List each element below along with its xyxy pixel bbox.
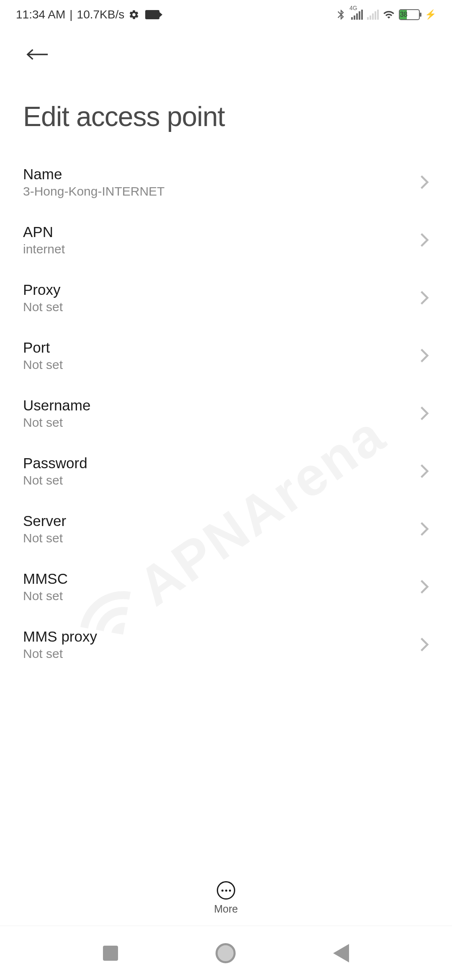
item-label: APN [23,224,411,240]
chevron-right-icon [420,579,429,595]
item-value: internet [23,242,411,256]
chevron-right-icon [420,232,429,248]
item-value: Not set [23,531,411,545]
nav-home-button[interactable] [216,943,236,963]
bluetooth-icon [335,9,347,21]
status-right: 4G 38 ⚡ [335,9,436,21]
camera-icon [145,10,159,19]
mmsc-row[interactable]: MMSC Not set [0,558,452,616]
username-row[interactable]: Username Not set [0,384,452,442]
back-button[interactable] [25,42,50,67]
apn-name-row[interactable]: Name 3-Hong-Kong-INTERNET [0,153,452,211]
item-value: Not set [23,358,411,372]
header [0,29,452,71]
proxy-row[interactable]: Proxy Not set [0,269,452,327]
page-title: Edit access point [0,71,452,153]
content: Edit access point APNArena Name 3-Hong-K… [0,29,452,833]
server-row[interactable]: Server Not set [0,500,452,558]
signal-bars-2 [367,10,379,20]
wifi-icon [383,9,395,21]
apn-row[interactable]: APN internet [0,211,452,269]
item-label: MMSC [23,570,411,587]
nav-recent-button[interactable] [103,946,118,961]
item-value: 3-Hong-Kong-INTERNET [23,184,411,199]
item-label: Server [23,513,411,529]
chevron-right-icon [420,290,429,306]
chevron-right-icon [420,637,429,652]
navigation-bar [0,926,452,980]
chevron-right-icon [420,463,429,479]
item-label: Password [23,455,411,472]
more-icon [221,890,231,892]
item-value: Not set [23,647,411,661]
status-left: 11:34 AM | 10.7KB/s [16,8,159,21]
chevron-right-icon [420,348,429,364]
port-row[interactable]: Port Not set [0,327,452,384]
password-row[interactable]: Password Not set [0,442,452,500]
item-label: MMS proxy [23,628,411,645]
battery-icon: 38 [399,9,420,20]
back-arrow-icon [26,46,50,63]
status-separator: | [69,8,72,21]
mms-proxy-row[interactable]: MMS proxy Not set [0,616,452,673]
signal-bars-1: 4G [351,10,363,20]
status-speed: 10.7KB/s [77,8,125,21]
settings-icon [128,9,139,20]
item-label: Proxy [23,281,411,298]
item-label: Username [23,397,411,414]
status-bar: 11:34 AM | 10.7KB/s 4G 38 ⚡ [0,0,452,29]
chevron-right-icon [420,405,429,421]
item-value: Not set [23,589,411,603]
bottom-action-bar: More [0,873,452,921]
chevron-right-icon [420,174,429,190]
item-value: Not set [23,300,411,314]
nav-back-button[interactable] [333,944,349,962]
item-value: Not set [23,415,411,430]
settings-list: Name 3-Hong-Kong-INTERNET APN internet P… [0,153,452,673]
battery-level: 38 [400,10,407,19]
status-time: 11:34 AM [16,8,65,21]
item-value: Not set [23,473,411,487]
chevron-right-icon [420,521,429,537]
network-4g-label: 4G [349,5,357,11]
charging-icon: ⚡ [425,9,436,20]
more-label: More [214,903,238,915]
more-button[interactable] [217,881,235,900]
item-label: Port [23,339,411,356]
item-label: Name [23,166,411,183]
